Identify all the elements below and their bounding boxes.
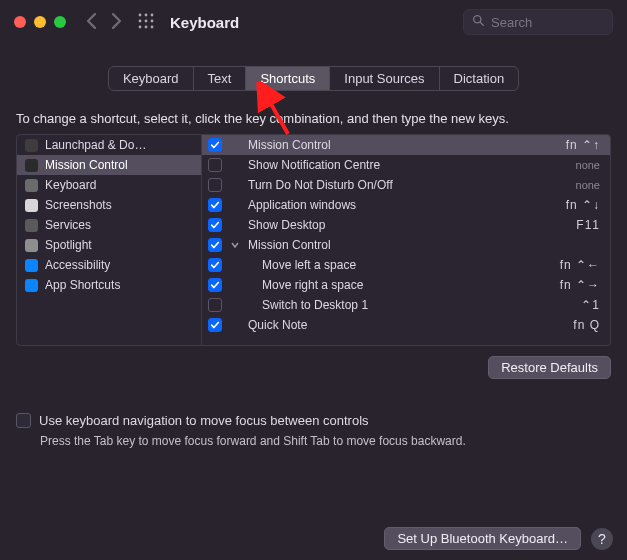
shortcut-checkbox[interactable] [208, 138, 222, 152]
shortcut-checkbox[interactable] [208, 198, 222, 212]
shortcut-keys[interactable]: ⌃1 [544, 298, 600, 312]
forward-button[interactable] [111, 13, 122, 32]
instruction-text: To change a shortcut, select it, click t… [16, 111, 611, 126]
svg-point-8 [151, 25, 154, 28]
shortcut-row[interactable]: Application windowsfn ⌃↓ [202, 195, 610, 215]
search-icon [472, 14, 485, 30]
zoom-window-button[interactable] [54, 16, 66, 28]
sidebar-item-label: Mission Control [45, 158, 128, 172]
shortcut-keys[interactable]: fn ⌃→ [544, 278, 600, 292]
sidebar-item[interactable]: Services [17, 215, 201, 235]
keyboard-nav-label: Use keyboard navigation to move focus be… [39, 413, 369, 428]
sidebar-item-icon [23, 178, 39, 192]
setup-bluetooth-button[interactable]: Set Up Bluetooth Keyboard… [384, 527, 581, 550]
shortcut-label: Switch to Desktop 1 [248, 298, 536, 312]
keyboard-nav-hint: Press the Tab key to move focus forward … [40, 434, 611, 448]
tab-segmented-control[interactable]: KeyboardTextShortcutsInput SourcesDictat… [108, 66, 519, 91]
sidebar-item-icon [23, 198, 39, 212]
show-all-prefs-icon[interactable] [138, 13, 154, 32]
shortcut-row[interactable]: Mission Controlfn ⌃↑ [202, 135, 610, 155]
sidebar-item[interactable]: Mission Control [17, 155, 201, 175]
shortcut-checkbox[interactable] [208, 238, 222, 252]
shortcut-row[interactable]: Mission Control [202, 235, 610, 255]
sidebar-item-label: Screenshots [45, 198, 112, 212]
shortcut-checkbox[interactable] [208, 318, 222, 332]
tab-shortcuts[interactable]: Shortcuts [246, 67, 330, 90]
nav-arrows [86, 13, 122, 32]
category-sidebar[interactable]: Launchpad & Do…Mission ControlKeyboardSc… [16, 134, 202, 346]
svg-point-5 [151, 19, 154, 22]
shortcut-checkbox[interactable] [208, 278, 222, 292]
shortcut-keys[interactable]: none [544, 159, 600, 171]
shortcut-row[interactable]: Quick Notefn Q [202, 315, 610, 335]
sidebar-item-label: Accessibility [45, 258, 110, 272]
sidebar-item-label: Keyboard [45, 178, 96, 192]
disclosure-icon[interactable] [230, 241, 240, 249]
shortcut-checkbox[interactable] [208, 178, 222, 192]
sidebar-item[interactable]: Spotlight [17, 235, 201, 255]
shortcuts-list[interactable]: Mission Controlfn ⌃↑Show Notification Ce… [202, 134, 611, 346]
svg-point-6 [139, 25, 142, 28]
sidebar-item-label: App Shortcuts [45, 278, 120, 292]
shortcut-keys[interactable]: none [544, 179, 600, 191]
sidebar-item-label: Spotlight [45, 238, 92, 252]
shortcut-label: Show Desktop [248, 218, 536, 232]
tabs-row: KeyboardTextShortcutsInput SourcesDictat… [0, 66, 627, 91]
shortcut-label: Application windows [248, 198, 536, 212]
svg-point-4 [145, 19, 148, 22]
keyboard-nav-checkbox[interactable] [16, 413, 31, 428]
tab-keyboard[interactable]: Keyboard [109, 67, 194, 90]
keyboard-nav-option: Use keyboard navigation to move focus be… [16, 413, 611, 428]
sidebar-item-icon [23, 258, 39, 272]
sidebar-item-icon [23, 158, 39, 172]
window-title: Keyboard [170, 14, 453, 31]
shortcut-checkbox[interactable] [208, 218, 222, 232]
shortcut-checkbox[interactable] [208, 158, 222, 172]
shortcut-keys[interactable]: fn ⌃← [544, 258, 600, 272]
sidebar-item[interactable]: Screenshots [17, 195, 201, 215]
window-controls [14, 16, 66, 28]
shortcut-label: Mission Control [248, 238, 536, 252]
shortcut-row[interactable]: Move left a spacefn ⌃← [202, 255, 610, 275]
sidebar-item[interactable]: Keyboard [17, 175, 201, 195]
shortcut-keys[interactable]: fn Q [544, 318, 600, 332]
shortcut-row[interactable]: Show DesktopF11 [202, 215, 610, 235]
shortcut-label: Quick Note [248, 318, 536, 332]
sidebar-item-icon [23, 218, 39, 232]
sidebar-item-label: Services [45, 218, 91, 232]
shortcut-keys[interactable]: F11 [544, 218, 600, 232]
shortcut-label: Move left a space [248, 258, 536, 272]
svg-point-7 [145, 25, 148, 28]
close-window-button[interactable] [14, 16, 26, 28]
shortcut-row[interactable]: Turn Do Not Disturb On/Offnone [202, 175, 610, 195]
titlebar: Keyboard [0, 0, 627, 44]
sidebar-item[interactable]: App Shortcuts [17, 275, 201, 295]
main-panes: Launchpad & Do…Mission ControlKeyboardSc… [16, 134, 611, 346]
back-button[interactable] [86, 13, 97, 32]
search-box[interactable] [463, 9, 613, 35]
shortcut-keys[interactable]: fn ⌃↑ [544, 138, 600, 152]
sidebar-item-icon [23, 278, 39, 292]
shortcut-row[interactable]: Switch to Desktop 1⌃1 [202, 295, 610, 315]
sidebar-item-icon [23, 138, 39, 152]
tab-text[interactable]: Text [194, 67, 247, 90]
shortcut-keys[interactable]: fn ⌃↓ [544, 198, 600, 212]
shortcut-label: Show Notification Centre [248, 158, 536, 172]
sidebar-item-label: Launchpad & Do… [45, 138, 146, 152]
footer: Set Up Bluetooth Keyboard… ? [384, 527, 613, 550]
help-button[interactable]: ? [591, 528, 613, 550]
svg-line-10 [480, 22, 483, 25]
shortcut-label: Turn Do Not Disturb On/Off [248, 178, 536, 192]
shortcut-checkbox[interactable] [208, 298, 222, 312]
shortcut-row[interactable]: Show Notification Centrenone [202, 155, 610, 175]
search-input[interactable] [491, 15, 604, 30]
tab-dictation[interactable]: Dictation [440, 67, 519, 90]
minimize-window-button[interactable] [34, 16, 46, 28]
svg-point-0 [139, 13, 142, 16]
sidebar-item[interactable]: Accessibility [17, 255, 201, 275]
sidebar-item[interactable]: Launchpad & Do… [17, 135, 201, 155]
shortcut-row[interactable]: Move right a spacefn ⌃→ [202, 275, 610, 295]
restore-defaults-button[interactable]: Restore Defaults [488, 356, 611, 379]
tab-input-sources[interactable]: Input Sources [330, 67, 439, 90]
shortcut-checkbox[interactable] [208, 258, 222, 272]
